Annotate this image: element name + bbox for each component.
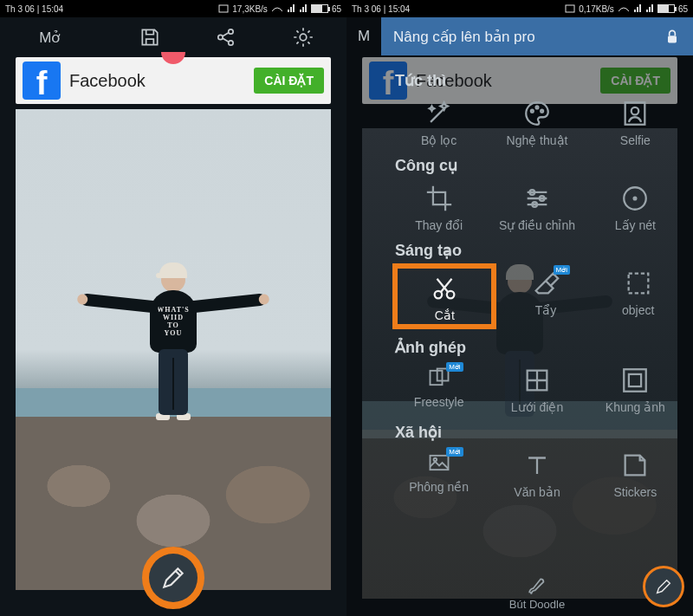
item-bg[interactable]: Mới Phông nền	[396, 451, 483, 499]
svg-rect-10	[625, 102, 645, 125]
item-object[interactable]: object	[595, 269, 682, 329]
photo: WHAT'SWIIDTOYOU	[16, 109, 331, 590]
svg-point-26	[433, 458, 437, 462]
pencil-icon	[159, 564, 187, 592]
screen-right: Th 3 06 | 15:04 0,17KB/s 65 f Facebook C…	[346, 0, 693, 616]
sim-icon	[218, 4, 229, 13]
svg-point-9	[541, 110, 543, 113]
item-doodle[interactable]: Bút Doodle	[509, 575, 565, 611]
battery-icon	[311, 4, 328, 13]
sliders-icon	[522, 184, 552, 213]
object-icon	[624, 269, 653, 298]
ad-close-icon[interactable]	[161, 52, 185, 64]
svg-point-16	[634, 198, 637, 200]
frame-icon	[620, 366, 650, 395]
status-speed: 17,3KB/s	[232, 4, 268, 14]
scissors-icon	[430, 274, 459, 303]
item-adjust[interactable]: Sự điều chỉnh	[494, 184, 580, 232]
battery-pct: 65	[332, 4, 341, 14]
svg-point-8	[536, 107, 539, 109]
svg-rect-6	[668, 36, 677, 42]
wifi-icon	[271, 4, 283, 13]
sticker-icon	[620, 451, 650, 480]
svg-rect-5	[566, 5, 574, 12]
edit-fab-small[interactable]	[643, 566, 684, 607]
edit-fab[interactable]	[149, 554, 198, 602]
item-text[interactable]: Văn bản	[494, 451, 580, 499]
section-social: Xã hội	[395, 423, 684, 442]
svg-point-4	[300, 34, 307, 41]
battery-icon	[657, 4, 675, 13]
crop-icon	[424, 184, 454, 213]
item-focus[interactable]: Lấy nét	[592, 184, 678, 232]
section-creative: Sáng tạo	[395, 241, 684, 260]
new-badge: Mới	[554, 265, 570, 275]
upgrade-label: Nâng cấp lên bản pro	[393, 28, 535, 46]
status-speed-r: 0,17KB/s	[579, 4, 614, 14]
new-badge: Mới	[446, 362, 463, 372]
svg-rect-0	[219, 5, 228, 12]
item-frame[interactable]: Khung ảnh	[592, 366, 678, 414]
section-instant: Tức thì	[395, 71, 684, 90]
open-button-partial[interactable]: M	[346, 17, 381, 55]
status-clock: 15:04	[42, 4, 63, 14]
svg-point-7	[531, 110, 534, 113]
open-button[interactable]: Mở	[32, 29, 84, 47]
save-icon[interactable]	[139, 26, 161, 49]
item-freestyle[interactable]: Mới Freestyle	[396, 366, 483, 414]
upgrade-bar[interactable]: Nâng cấp lên bản pro	[381, 17, 693, 55]
gear-icon[interactable]	[292, 26, 314, 49]
screen-left: Th 3 06 | 15:04 17,3KB/s 65 Mở f Faceboo…	[0, 0, 346, 616]
photo-area[interactable]: WHAT'SWIIDTOYOU	[0, 107, 346, 616]
item-art[interactable]: Nghệ thuật	[494, 99, 580, 147]
magic-wand-icon	[424, 99, 454, 128]
ad-app-name: Facebook	[61, 71, 254, 91]
item-selfie[interactable]: Selfie	[592, 99, 678, 147]
sim-icon	[565, 4, 575, 13]
statusbar: Th 3 06 | 15:04 17,3KB/s 65	[0, 0, 346, 17]
install-button[interactable]: CÀI ĐẶT	[254, 68, 324, 94]
statusbar-right: Th 3 06 | 15:04 0,17KB/s 65	[346, 0, 693, 17]
signal2-icon	[645, 4, 654, 13]
share-icon[interactable]	[215, 26, 237, 49]
focus-icon	[620, 184, 650, 213]
brush-icon	[526, 575, 548, 598]
item-filter[interactable]: Bộ lọc	[396, 99, 483, 147]
tools-menu[interactable]: Tức thì Bộ lọc Nghệ thuật Selfie Công cụ…	[381, 55, 693, 616]
svg-rect-19	[628, 274, 648, 294]
portrait-icon	[620, 99, 650, 128]
item-transform[interactable]: Thay đổi	[396, 184, 483, 232]
new-badge: Mới	[446, 447, 463, 457]
lock-icon	[664, 27, 681, 46]
pencil-icon	[654, 577, 673, 596]
item-erase[interactable]: Mới Tẩy	[502, 269, 589, 329]
edit-fab-highlight	[142, 547, 204, 609]
ad-banner[interactable]: f Facebook CÀI ĐẶT	[16, 57, 331, 104]
svg-rect-25	[430, 456, 448, 470]
svg-rect-20	[430, 371, 442, 385]
svg-rect-23	[625, 369, 647, 392]
section-tools: Công cụ	[395, 156, 684, 175]
text-icon	[522, 451, 552, 480]
section-collage: Ảnh ghép	[395, 338, 684, 357]
signal-icon	[633, 4, 642, 13]
status-day: Th 3 06	[5, 4, 35, 14]
photo-subject: WHAT'SWIIDTOYOU	[150, 268, 197, 420]
grid-icon	[522, 366, 552, 395]
svg-rect-24	[629, 374, 641, 386]
item-stickers[interactable]: Stickers	[592, 451, 678, 499]
palette-icon	[522, 99, 552, 128]
signal-icon	[287, 4, 295, 13]
signal2-icon	[299, 4, 308, 13]
svg-point-11	[631, 107, 639, 115]
item-grid[interactable]: Lưới điện	[494, 366, 580, 414]
facebook-logo: f	[23, 62, 61, 100]
item-cut-highlight: Cắt	[392, 263, 496, 329]
wifi-icon	[618, 4, 630, 13]
item-cut[interactable]: Cắt	[401, 274, 488, 322]
